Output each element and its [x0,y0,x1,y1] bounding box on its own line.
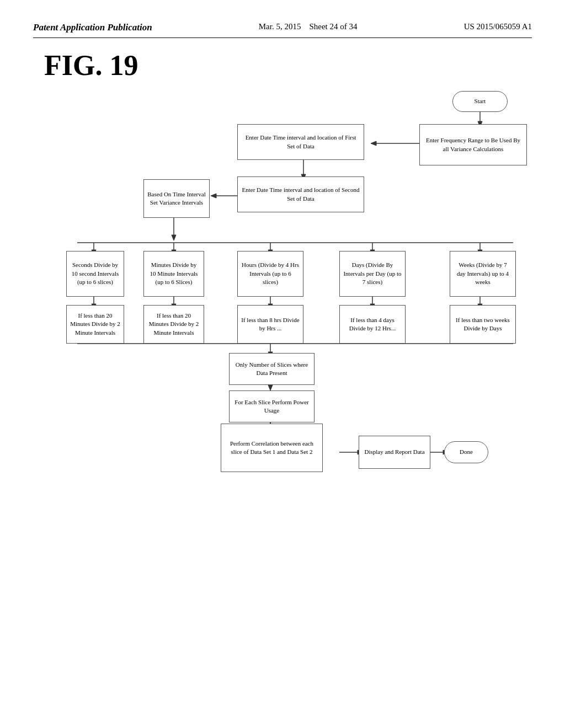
header-center: Mar. 5, 2015 Sheet 24 of 34 [259,22,358,31]
done-box: Done [444,441,488,463]
if-minutes-box: If less than 20 Minutes Divide by 2 Minu… [143,305,204,344]
for-each-box: For Each Slice Perform Power Usage [229,390,315,422]
sheet-info: Sheet 24 of 34 [309,22,357,31]
perform-corr-box: Perform Correlation between each slice o… [221,424,323,472]
publication-date: Mar. 5, 2015 [259,22,301,31]
if-hours-box: If less than 8 hrs Divide by Hrs ... [237,305,303,344]
page: Patent Application Publication Mar. 5, 2… [0,0,565,728]
patent-number: US 2015/065059 A1 [464,22,532,31]
if-seconds-box: If less than 20 Minutes Divide by 2 Minu… [66,305,124,344]
weeks-box: Weeks (Divide by 7 day Intervals) up to … [450,251,516,297]
freq-range-box: Enter Frequency Range to Be Used By all … [419,124,527,165]
start-box: Start [452,91,508,112]
if-weeks-box: If less than two weeks Divide by Days [450,305,516,344]
minutes-box: Minutes Divide by 10 Minute Intervals (u… [143,251,204,297]
svg-marker-3 [371,141,376,146]
svg-marker-9 [172,235,176,240]
only-slices-box: Only Number of Slices where Data Present [229,353,315,385]
page-header: Patent Application Publication Mar. 5, 2… [33,22,532,38]
seconds-box: Seconds Divide by 10 second Intervals (u… [66,251,124,297]
enter-second-box: Enter Date Time interval and location of… [237,176,364,212]
enter-first-box: Enter Date Time interval and location of… [237,124,364,160]
svg-marker-35 [268,385,273,390]
based-on-box: Based On Time Interval Set Variance Inte… [143,179,210,218]
publication-title: Patent Application Publication [33,22,152,33]
svg-marker-7 [211,194,216,198]
if-days-box: If less than 4 days Divide by 12 Hrs... [339,305,406,344]
flowchart: Start Enter Frequency Range to Be Used B… [33,88,532,706]
display-box: Display and Report Data [359,436,430,469]
figure-label: FIG. 19 [44,49,532,82]
hours-box: Hours (Divide by 4 Hrs Intervals (up to … [237,251,303,297]
days-box: Days (Divide By Intervals per Day (up to… [339,251,406,297]
